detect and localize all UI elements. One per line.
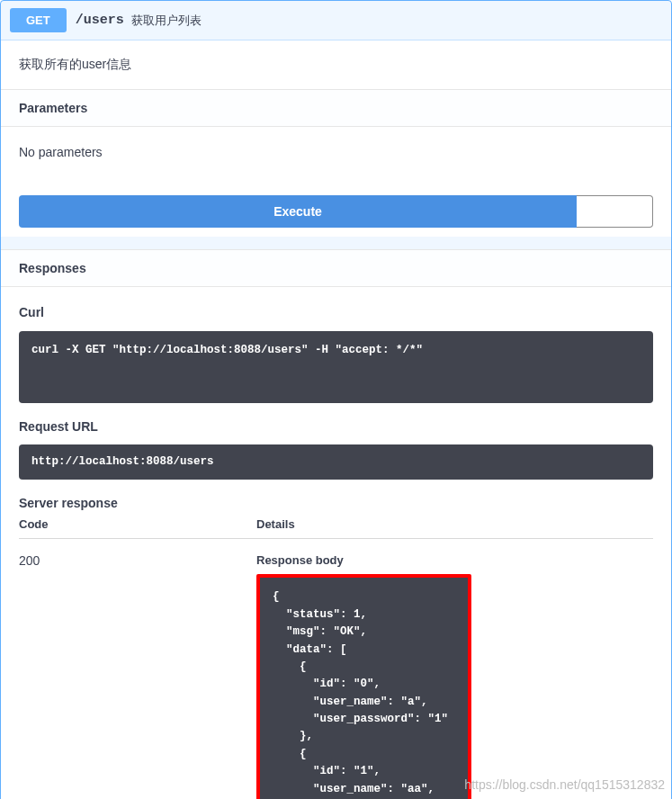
response-body-highlight: { "status": 1, "msg": "OK", "data": [ { … bbox=[256, 574, 471, 799]
http-method-badge: GET bbox=[10, 8, 67, 32]
parameters-header: Parameters bbox=[1, 89, 671, 127]
responses-header: Responses bbox=[1, 249, 671, 287]
execute-wrapper: Execute bbox=[1, 177, 671, 237]
response-detail: Response body { "status": 1, "msg": "OK"… bbox=[256, 553, 653, 799]
operation-block: GET /users 获取用户列表 获取所有的user信息 Parameters… bbox=[0, 0, 672, 799]
curl-command[interactable]: curl -X GET "http://localhost:8088/users… bbox=[19, 331, 653, 403]
details-column-header: Details bbox=[256, 517, 653, 531]
request-url-value[interactable]: http://localhost:8088/users bbox=[19, 444, 653, 480]
server-response-label: Server response bbox=[19, 496, 653, 510]
response-row: 200 Response body { "status": 1, "msg": … bbox=[19, 539, 653, 799]
endpoint-summary: 获取用户列表 bbox=[131, 13, 202, 29]
response-status-code: 200 bbox=[19, 553, 256, 799]
responses-body: Curl curl -X GET "http://localhost:8088/… bbox=[1, 287, 671, 799]
execute-button[interactable]: Execute bbox=[19, 195, 577, 228]
curl-label: Curl bbox=[19, 305, 653, 319]
endpoint-path: /users bbox=[76, 13, 124, 28]
parameters-body: No parameters bbox=[1, 127, 671, 177]
clear-button[interactable] bbox=[577, 195, 653, 228]
endpoint-description: 获取所有的user信息 bbox=[1, 40, 671, 89]
response-body-label: Response body bbox=[256, 553, 653, 567]
no-parameters-text: No parameters bbox=[19, 145, 653, 159]
code-column-header: Code bbox=[19, 517, 256, 531]
response-body-content[interactable]: { "status": 1, "msg": "OK", "data": [ { … bbox=[260, 578, 468, 799]
response-table-header: Code Details bbox=[19, 517, 653, 539]
operation-summary[interactable]: GET /users 获取用户列表 bbox=[1, 1, 671, 40]
request-url-label: Request URL bbox=[19, 419, 653, 434]
operation-body: 获取所有的user信息 Parameters No parameters Exe… bbox=[1, 40, 671, 799]
